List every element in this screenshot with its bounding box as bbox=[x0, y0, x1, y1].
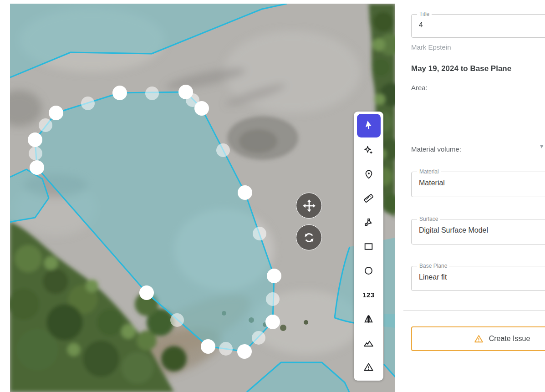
tool-polyline[interactable] bbox=[354, 210, 383, 234]
midpoint-handle[interactable] bbox=[266, 292, 280, 306]
vertex-handle[interactable] bbox=[112, 86, 127, 100]
vertex-handle[interactable] bbox=[265, 315, 280, 329]
material-volume-label: Material volume: bbox=[411, 145, 461, 153]
rectangle-icon bbox=[363, 241, 374, 252]
material-select[interactable]: Material Material bbox=[411, 172, 545, 197]
vertex-handle[interactable] bbox=[28, 132, 42, 147]
midpoint-handle[interactable] bbox=[81, 97, 95, 110]
tool-elevation[interactable] bbox=[354, 331, 383, 355]
rotate-annotation-button[interactable] bbox=[296, 224, 322, 250]
mountain-icon bbox=[363, 337, 374, 349]
ruler-icon bbox=[363, 193, 374, 204]
count-123-label: 123 bbox=[362, 291, 375, 299]
create-issue-button[interactable]: Create Issue bbox=[411, 326, 545, 351]
vertex-handle[interactable] bbox=[194, 101, 209, 116]
aerial-imagery bbox=[10, 4, 395, 392]
material-select-label: Material bbox=[417, 168, 441, 175]
vertex-handle[interactable] bbox=[139, 285, 154, 300]
vertex-handle[interactable] bbox=[201, 339, 215, 354]
ellipse-icon bbox=[363, 265, 374, 276]
base-plane-select[interactable]: Base Plane Linear fit bbox=[411, 266, 545, 291]
tool-rectangle[interactable] bbox=[354, 234, 383, 259]
area-label: Area: bbox=[411, 84, 428, 92]
midpoint-handle[interactable] bbox=[252, 331, 265, 345]
tool-count[interactable]: 123 bbox=[354, 283, 383, 307]
details-panel: Title Mark Epstein May 19, 2024 to Base … bbox=[395, 0, 545, 392]
midpoint-handle[interactable] bbox=[145, 87, 159, 100]
polyline-icon bbox=[363, 217, 374, 228]
panel-divider bbox=[403, 310, 545, 311]
location-pin-icon bbox=[363, 169, 374, 180]
sparkle-icon bbox=[363, 145, 374, 156]
midpoint-handle[interactable] bbox=[253, 227, 266, 240]
comparison-subtitle: May 19, 2024 to Base Plane bbox=[411, 64, 511, 73]
surface-select[interactable]: Surface Digital Surface Model bbox=[411, 219, 545, 244]
warning-triangle-icon bbox=[363, 361, 374, 373]
rotate-arrows-icon bbox=[302, 231, 316, 244]
move-annotation-button[interactable] bbox=[296, 193, 322, 219]
warning-triangle-icon bbox=[474, 334, 484, 344]
volume-icon bbox=[363, 313, 374, 325]
surface-select-label: Surface bbox=[417, 216, 440, 222]
vertex-handle[interactable] bbox=[267, 269, 281, 283]
vertex-handle[interactable] bbox=[237, 344, 252, 359]
title-field[interactable]: Title bbox=[411, 14, 545, 38]
move-arrows-icon bbox=[302, 199, 316, 213]
tool-issue[interactable] bbox=[354, 355, 383, 379]
tool-sparkle-annotate[interactable] bbox=[354, 138, 383, 162]
vertex-handle[interactable] bbox=[49, 106, 63, 120]
midpoint-handle[interactable] bbox=[216, 143, 230, 157]
base-plane-select-label: Base Plane bbox=[417, 263, 449, 269]
chevron-down-icon[interactable]: ▾ bbox=[540, 142, 544, 150]
tool-ellipse[interactable] bbox=[354, 259, 383, 283]
tool-select[interactable] bbox=[357, 114, 381, 137]
create-issue-label: Create Issue bbox=[489, 335, 530, 343]
midpoint-handle[interactable] bbox=[29, 147, 42, 160]
vertex-handle[interactable] bbox=[238, 185, 252, 200]
title-field-label: Title bbox=[417, 11, 432, 17]
tool-volume[interactable] bbox=[354, 307, 383, 331]
map-canvas[interactable] bbox=[10, 4, 395, 392]
cursor-select-icon bbox=[363, 120, 375, 132]
annotation-toolbar: 123 bbox=[354, 112, 383, 381]
midpoint-handle[interactable] bbox=[39, 118, 52, 132]
vertex-handle[interactable] bbox=[178, 85, 193, 99]
vertex-handle[interactable] bbox=[30, 160, 44, 175]
gravel-patch bbox=[227, 116, 298, 160]
author-name: Mark Epstein bbox=[411, 43, 451, 51]
midpoint-handle[interactable] bbox=[170, 313, 184, 327]
app-window: 123 Title Mark Epstei bbox=[0, 0, 545, 392]
midpoint-handle[interactable] bbox=[219, 342, 233, 356]
tool-marker[interactable] bbox=[354, 162, 383, 186]
tool-ruler[interactable] bbox=[354, 186, 383, 210]
